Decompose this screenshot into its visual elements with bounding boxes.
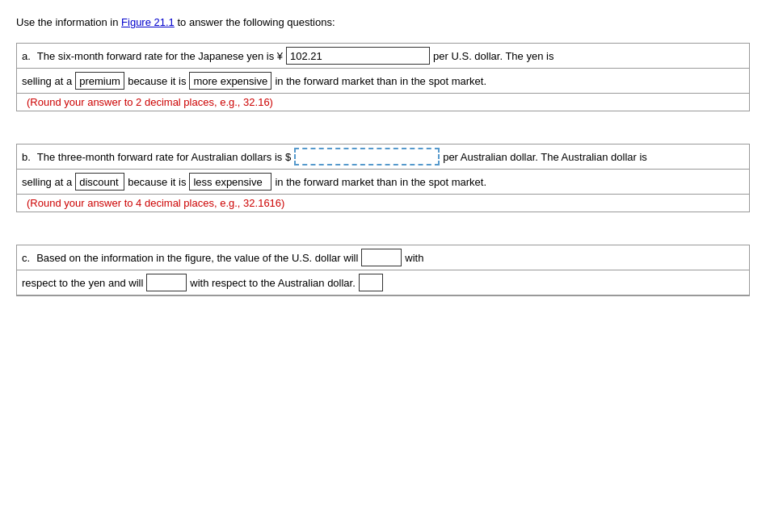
section-a-dropdown2[interactable]: more expensive less expensive [189,72,271,90]
section-b-after-input: per Australian dollar. The Australian do… [443,151,647,163]
section-a-dropdown1[interactable]: premium discount [75,72,124,90]
section-b-input[interactable] [294,148,440,165]
section-b-dropdown2[interactable]: more expensive less expensive [189,173,271,191]
section-b: b. The three-month forward rate for Aust… [16,144,750,212]
section-c-respect-text: respect to the yen and will [22,277,143,289]
section-a-note: (Round your answer to 2 decimal places, … [17,94,749,111]
section-c-wrapper: c. Based on the information in the figur… [16,245,750,296]
section-c-with-respect-text: with respect to the Australian dollar. [190,277,356,289]
section-c-input1[interactable] [361,249,402,266]
intro-paragraph: Use the information in Figure 21.1 to an… [16,16,750,28]
section-a-after-input: per U.S. dollar. The yen is [433,50,553,62]
section-c-top-row: c. Based on the information in the figur… [17,245,749,270]
section-c-label: c. [22,252,30,264]
section-b-dropdown1[interactable]: premium discount [75,173,124,191]
section-b-round-note: (Round your answer to 4 decimal places, … [22,195,289,212]
intro-text-after: to answer the following questions: [175,16,335,28]
section-c-input3[interactable] [359,274,383,291]
section-a-in-forward: in the forward market than in the spot m… [275,75,486,87]
section-a-wrapper: a. The six-month forward rate for the Ja… [16,43,750,111]
section-a-question: The six-month forward rate for the Japan… [37,50,283,62]
section-b-wrapper: b. The three-month forward rate for Aust… [16,144,750,212]
section-a-round-note: (Round your answer to 2 decimal places, … [22,94,278,111]
section-c-with-label: with [405,252,423,264]
section-c-input2[interactable] [146,274,187,291]
section-c-sub-row: respect to the yen and will with respect… [17,270,749,295]
intro-text-before: Use the information in [16,16,121,28]
section-b-selling-at: selling at a [22,176,72,188]
section-b-in-forward: in the forward market than in the spot m… [275,176,486,188]
section-b-label: b. [22,151,31,163]
section-b-sub-row: selling at a premium discount because it… [17,170,749,195]
section-c-question: Based on the information in the figure, … [36,252,358,264]
section-a-input[interactable] [286,47,430,65]
section-c: c. Based on the information in the figur… [16,245,750,296]
section-b-top-row: b. The three-month forward rate for Aust… [17,145,749,170]
section-a-because: because it is [128,75,186,87]
section-a-label: a. [22,50,31,62]
section-a: a. The six-month forward rate for the Ja… [16,43,750,111]
section-b-note: (Round your answer to 4 decimal places, … [17,195,749,212]
section-a-sub-row: selling at a premium discount because it… [17,69,749,94]
section-b-question: The three-month forward rate for Austral… [37,151,291,163]
section-b-because: because it is [128,176,186,188]
section-a-top-row: a. The six-month forward rate for the Ja… [17,44,749,69]
figure-link[interactable]: Figure 21.1 [121,16,175,28]
section-a-selling-at: selling at a [22,75,72,87]
